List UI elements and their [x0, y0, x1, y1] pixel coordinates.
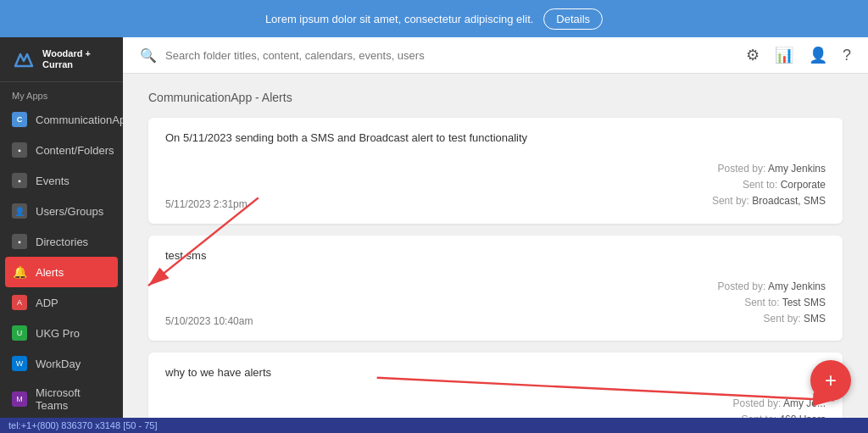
status-bar: tel:+1+(800) 836370 x3148 [50 - 75] — [0, 418, 868, 433]
directories-icon: ▪ — [12, 234, 27, 249]
posted-by-label: Posted by: — [718, 163, 768, 175]
content-icon: ▪ — [12, 142, 27, 158]
sidebar-item-content-label: Content/Folders — [36, 144, 114, 157]
sidebar-item-msteams[interactable]: M Microsoft Teams — [0, 379, 123, 418]
alerts-container: On 5/11/2023 sending both a SMS and Broa… — [148, 118, 843, 418]
posted-by-label: Posted by: — [733, 397, 783, 409]
top-banner: Lorem ipsum dolor sit amet, consectetur … — [0, 0, 868, 37]
posted-by-value: Amy Je... — [783, 397, 826, 409]
sidebar-item-adp-label: ADP — [36, 297, 58, 309]
sidebar: Woodard + Curran My Apps C Communication… — [0, 37, 123, 418]
sent-to-label: Sent to: — [742, 414, 780, 418]
sidebar-item-ukg-label: UKG Pro — [36, 327, 80, 340]
toolbar-icons: ⚙ 📊 👤 ? — [746, 46, 851, 64]
sent-to-label: Sent to: — [744, 297, 782, 308]
details-button[interactable]: Details — [543, 8, 603, 30]
sidebar-item-ukg[interactable]: U UKG Pro — [0, 318, 123, 348]
banner-text: Lorem ipsum dolor sit amet, consectetur … — [265, 13, 533, 25]
logo-text: Woodard + Curran — [42, 48, 111, 70]
status-text: tel:+1+(800) 836370 x3148 [50 - 75] — [8, 420, 158, 430]
adp-icon: A — [12, 295, 27, 310]
sidebar-item-users-label: Users/Groups — [36, 205, 103, 218]
workday-icon: W — [12, 356, 27, 371]
search-bar: 🔍 ⚙ 📊 👤 ? — [123, 37, 868, 74]
sidebar-logo: Woodard + Curran — [0, 37, 123, 82]
alert-meta: Posted by: Amy Je... Sent to: 460 Users … — [712, 396, 826, 418]
posted-by-value: Amy Jenkins — [768, 163, 826, 175]
sidebar-item-alerts-label: Alerts — [36, 266, 64, 279]
alert-footer: 4/17/2023 4:03pm Posted by: Amy Je... Se… — [165, 396, 826, 418]
communication-icon: C — [12, 112, 27, 127]
sidebar-item-users[interactable]: 👤 Users/Groups — [0, 196, 123, 226]
sidebar-item-adp[interactable]: A ADP — [0, 287, 123, 318]
alert-title: test sms — [165, 249, 826, 262]
sidebar-item-events[interactable]: ▪ Events — [0, 165, 123, 196]
alert-card[interactable]: why to we have alerts 4/17/2023 4:03pm P… — [148, 353, 843, 418]
sidebar-item-msteams-label: Microsoft Teams — [36, 386, 111, 412]
main-layout: Woodard + Curran My Apps C Communication… — [0, 37, 868, 418]
sidebar-item-directories-label: Directories — [36, 236, 88, 248]
sent-by-value: SMS — [804, 313, 826, 325]
profile-icon[interactable]: 👤 — [809, 46, 827, 64]
search-input[interactable] — [165, 49, 737, 62]
main-content: CommunicationApp - Alerts On 5/11/2023 s… — [123, 74, 868, 418]
analytics-icon[interactable]: 📊 — [775, 46, 793, 64]
content-area: 🔍 ⚙ 📊 👤 ? CommunicationApp - Alerts On 5… — [123, 37, 868, 418]
alert-card[interactable]: test sms 5/10/2023 10:40am Posted by: Am… — [148, 236, 843, 341]
sent-by-label: Sent by: — [712, 195, 752, 207]
events-icon: ▪ — [12, 173, 27, 188]
posted-by-label: Posted by: — [718, 280, 768, 292]
alert-footer: 5/11/2023 2:31pm Posted by: Amy Jenkins … — [165, 161, 826, 210]
alert-title: why to we have alerts — [165, 366, 826, 379]
search-icon: 🔍 — [140, 47, 157, 64]
alert-footer: 5/10/2023 10:40am Posted by: Amy Jenkins… — [165, 279, 826, 328]
sent-by-value: Broadcast, SMS — [752, 195, 826, 207]
sidebar-item-communication-label: CommunicationApp — [36, 114, 123, 126]
sidebar-section-label: My Apps — [0, 82, 123, 104]
sent-to-value: Corporate — [781, 179, 826, 191]
alert-date: 5/11/2023 2:31pm — [165, 198, 248, 210]
sidebar-item-communication[interactable]: C CommunicationApp — [0, 104, 123, 135]
alert-title: On 5/11/2023 sending both a SMS and Broa… — [165, 131, 826, 144]
ukg-icon: U — [12, 325, 27, 341]
page-title: CommunicationApp - Alerts — [148, 91, 843, 104]
sidebar-item-directories[interactable]: ▪ Directories — [0, 226, 123, 257]
sidebar-item-events-label: Events — [36, 175, 70, 187]
alert-date: 5/10/2023 10:40am — [165, 315, 253, 327]
msteams-icon: M — [12, 391, 27, 407]
alert-card[interactable]: On 5/11/2023 sending both a SMS and Broa… — [148, 118, 843, 224]
add-alert-button[interactable]: + — [810, 360, 851, 401]
posted-by-value: Amy Jenkins — [768, 280, 826, 292]
settings-icon[interactable]: ⚙ — [746, 46, 760, 64]
sent-by-label: Sent by: — [764, 313, 804, 325]
sent-to-label: Sent to: — [743, 179, 781, 191]
alert-meta: Posted by: Amy Jenkins Sent to: Corporat… — [712, 161, 826, 210]
sent-to-value: 460 Users — [779, 414, 826, 418]
logo-icon — [12, 47, 36, 71]
help-icon[interactable]: ? — [843, 47, 851, 64]
sidebar-item-alerts[interactable]: 🔔 Alerts — [5, 257, 118, 287]
sent-to-value: Test SMS — [782, 297, 826, 308]
users-icon: 👤 — [12, 203, 27, 219]
alert-meta: Posted by: Amy Jenkins Sent to: Test SMS… — [718, 279, 826, 328]
sidebar-item-content[interactable]: ▪ Content/Folders — [0, 135, 123, 165]
bell-icon: 🔔 — [12, 264, 27, 280]
sidebar-item-workday[interactable]: W WorkDay — [0, 348, 123, 379]
sidebar-item-workday-label: WorkDay — [36, 358, 81, 370]
